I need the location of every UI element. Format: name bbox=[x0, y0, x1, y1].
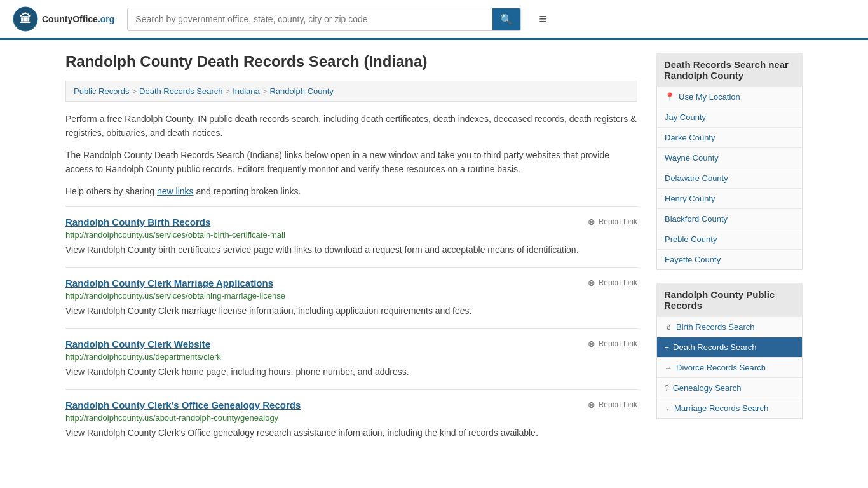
nearby-county-5[interactable]: Blackford County bbox=[657, 209, 802, 229]
result-url-2[interactable]: http://randolphcounty.us/departments/cle… bbox=[65, 352, 637, 362]
result-title-2[interactable]: Randolph County Clerk Website bbox=[65, 339, 210, 349]
result-url-1[interactable]: http://randolphcounty.us/services/obtain… bbox=[65, 291, 637, 301]
use-my-location[interactable]: 📍 Use My Location bbox=[657, 87, 802, 107]
sidebar-icon-2: ↔ bbox=[665, 363, 672, 372]
nearby-section: Death Records Search near Randolph Count… bbox=[656, 53, 803, 270]
bc-sep-3: > bbox=[262, 86, 268, 96]
report-link-3[interactable]: ⊗ Report Link bbox=[588, 400, 637, 410]
results-list: Randolph County Birth Records ⊗ Report L… bbox=[65, 206, 637, 450]
new-links-link[interactable]: new links bbox=[157, 186, 194, 196]
breadcrumb-indiana[interactable]: Indiana bbox=[233, 86, 260, 96]
result-title-1[interactable]: Randolph County Clerk Marriage Applicati… bbox=[65, 278, 273, 288]
result-desc-1: View Randolph County Clerk marriage lice… bbox=[65, 304, 637, 318]
nearby-county-1[interactable]: Darke County bbox=[657, 128, 802, 148]
result-header-2: Randolph County Clerk Website ⊗ Report L… bbox=[65, 339, 637, 349]
public-record-item-4[interactable]: ♀Marriage Records Search bbox=[657, 398, 802, 418]
search-bar: 🔍 bbox=[127, 8, 521, 31]
svg-text:🏛: 🏛 bbox=[20, 12, 31, 25]
result-url-3[interactable]: http://randolphcounty.us/about-randolph-… bbox=[65, 413, 637, 423]
nearby-list: 📍 Use My Location Jay CountyDarke County… bbox=[656, 87, 803, 270]
report-link-2[interactable]: ⊗ Report Link bbox=[588, 339, 637, 349]
logo-icon: 🏛 bbox=[13, 6, 38, 32]
public-records-header: Randolph County Public Records bbox=[656, 283, 803, 317]
result-desc-2: View Randolph County Clerk home page, in… bbox=[65, 365, 637, 379]
result-desc-0: View Randolph County birth certificates … bbox=[65, 243, 637, 257]
page-title: Randolph County Death Records Search (In… bbox=[65, 53, 637, 71]
result-header-0: Randolph County Birth Records ⊗ Report L… bbox=[65, 217, 637, 227]
breadcrumb-public-records[interactable]: Public Records bbox=[74, 86, 129, 96]
description-1: Perform a free Randolph County, IN publi… bbox=[65, 112, 637, 140]
menu-button[interactable]: ≡ bbox=[534, 8, 552, 30]
result-item-0: Randolph County Birth Records ⊗ Report L… bbox=[65, 206, 637, 267]
nearby-county-3[interactable]: Delaware County bbox=[657, 168, 802, 189]
public-records-section: Randolph County Public Records 🕯Birth Re… bbox=[656, 283, 803, 419]
nearby-county-7[interactable]: Fayette County bbox=[657, 250, 802, 269]
public-record-item-1[interactable]: +Death Records Search bbox=[657, 337, 802, 358]
result-header-1: Randolph County Clerk Marriage Applicati… bbox=[65, 278, 637, 288]
sidebar-icon-3: ? bbox=[665, 384, 669, 393]
breadcrumb-death-records[interactable]: Death Records Search bbox=[139, 86, 223, 96]
report-icon-3: ⊗ bbox=[588, 400, 595, 410]
report-icon-1: ⊗ bbox=[588, 278, 595, 288]
search-button[interactable]: 🔍 bbox=[492, 8, 520, 30]
report-icon-0: ⊗ bbox=[588, 217, 595, 227]
result-item-1: Randolph County Clerk Marriage Applicati… bbox=[65, 267, 637, 328]
result-title-0[interactable]: Randolph County Birth Records bbox=[65, 217, 210, 227]
result-desc-3: View Randolph County Clerk's Office gene… bbox=[65, 426, 637, 440]
public-record-item-3[interactable]: ?Genealogy Search bbox=[657, 378, 802, 398]
sidebar-icon-0: 🕯 bbox=[665, 323, 672, 332]
nearby-header: Death Records Search near Randolph Count… bbox=[656, 53, 803, 87]
breadcrumb: Public Records > Death Records Search > … bbox=[65, 81, 637, 102]
sidebar: Death Records Search near Randolph Count… bbox=[656, 53, 803, 450]
description-3: Help others by sharing new links and rep… bbox=[65, 184, 637, 198]
report-link-0[interactable]: ⊗ Report Link bbox=[588, 217, 637, 227]
public-records-list: 🕯Birth Records Search+Death Records Sear… bbox=[656, 317, 803, 419]
result-title-3[interactable]: Randolph County Clerk's Office Genealogy… bbox=[65, 400, 301, 410]
county-list: Jay CountyDarke CountyWayne CountyDelawa… bbox=[657, 107, 802, 269]
nearby-county-2[interactable]: Wayne County bbox=[657, 148, 802, 168]
result-header-3: Randolph County Clerk's Office Genealogy… bbox=[65, 400, 637, 410]
bc-sep-1: > bbox=[132, 86, 137, 96]
public-record-item-2[interactable]: ↔Divorce Records Search bbox=[657, 358, 802, 378]
result-url-0[interactable]: http://randolphcounty.us/services/obtain… bbox=[65, 230, 637, 240]
result-item-3: Randolph County Clerk's Office Genealogy… bbox=[65, 389, 637, 450]
logo-text: CountyOffice.org bbox=[42, 14, 114, 24]
nearby-county-4[interactable]: Henry County bbox=[657, 189, 802, 209]
search-input[interactable] bbox=[128, 9, 492, 29]
sidebar-icon-4: ♀ bbox=[665, 404, 670, 413]
location-icon: 📍 bbox=[665, 92, 675, 102]
description-2: The Randolph County Death Records Search… bbox=[65, 148, 637, 177]
result-item-2: Randolph County Clerk Website ⊗ Report L… bbox=[65, 328, 637, 389]
bc-sep-2: > bbox=[226, 86, 231, 96]
sidebar-icon-1: + bbox=[665, 343, 669, 352]
nearby-county-6[interactable]: Preble County bbox=[657, 229, 802, 250]
nearby-county-0[interactable]: Jay County bbox=[657, 107, 802, 128]
report-link-1[interactable]: ⊗ Report Link bbox=[588, 278, 637, 288]
logo[interactable]: 🏛 CountyOffice.org bbox=[13, 6, 114, 32]
breadcrumb-randolph[interactable]: Randolph County bbox=[269, 86, 333, 96]
report-icon-2: ⊗ bbox=[588, 339, 595, 349]
public-record-item-0[interactable]: 🕯Birth Records Search bbox=[657, 317, 802, 337]
